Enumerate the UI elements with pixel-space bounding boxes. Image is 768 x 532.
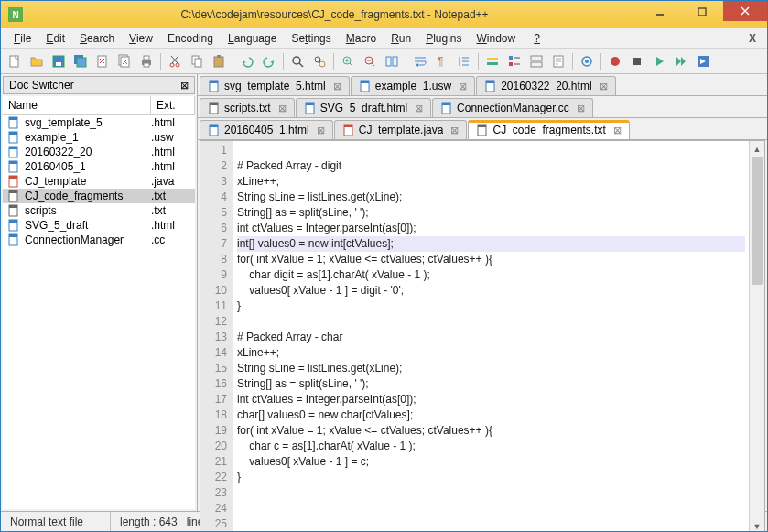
menu-encoding[interactable]: Encoding (160, 30, 221, 47)
tab[interactable]: ConnectionManager.cc⊠ (432, 98, 593, 117)
menu-search[interactable]: Search (72, 30, 122, 47)
menu-language[interactable]: Language (221, 30, 284, 47)
file-row[interactable]: example_1.usw (3, 130, 195, 145)
scroll-thumb[interactable] (752, 157, 763, 285)
menu-edit[interactable]: Edit (38, 30, 72, 47)
maximize-button[interactable] (681, 1, 723, 23)
svg-rect-80 (9, 220, 17, 223)
undo-icon[interactable] (237, 51, 257, 71)
record-macro-icon[interactable] (605, 51, 625, 71)
menu-view[interactable]: View (122, 30, 160, 47)
menu-file[interactable]: File (6, 30, 38, 47)
close-all-icon[interactable] (114, 51, 135, 71)
tab[interactable]: SVG_5_draft.html⊠ (296, 98, 431, 117)
file-row[interactable]: ConnectionManager.cc (3, 233, 195, 247)
tab-close-icon[interactable]: ⊠ (577, 103, 585, 114)
scroll-down-icon[interactable]: ▼ (750, 518, 764, 532)
minimize-button[interactable] (639, 1, 681, 23)
tab-close-icon[interactable]: ⊠ (415, 103, 423, 114)
tab-close-icon[interactable]: ⊠ (600, 81, 608, 92)
doc-map-icon[interactable] (548, 51, 568, 71)
find-icon[interactable] (287, 51, 308, 71)
file-row[interactable]: 20160405_1.html (3, 159, 195, 174)
file-row[interactable]: scripts.txt (3, 203, 195, 218)
wordwrap-icon[interactable] (410, 51, 430, 71)
menu-window[interactable]: Window (470, 30, 524, 47)
save-macro-icon[interactable] (693, 51, 713, 71)
tab-close-icon[interactable]: ⊠ (317, 125, 325, 136)
redo-icon[interactable] (259, 51, 279, 71)
tab[interactable]: CJ_code_fragments.txt⊠ (468, 120, 629, 139)
svg-rect-82 (9, 234, 17, 237)
file-icon (6, 219, 21, 232)
monitor-icon[interactable] (577, 51, 597, 71)
svg-rect-49 (487, 62, 498, 65)
doc-switcher-list[interactable]: svg_template_5.htmlexample_1.usw20160322… (3, 115, 195, 509)
language-icon[interactable] (482, 51, 503, 71)
scroll-up-icon[interactable]: ▲ (750, 141, 764, 157)
file-ext: .usw (151, 131, 191, 144)
file-name: ConnectionManager (25, 233, 151, 246)
tab[interactable]: 20160405_1.html⊠ (200, 120, 333, 139)
indent-guide-icon[interactable] (454, 51, 474, 71)
menu-run[interactable]: Run (384, 30, 418, 47)
close-file-icon[interactable] (92, 51, 113, 71)
code-container: 1234567891011121314151617181920212223242… (200, 140, 765, 532)
save-icon[interactable] (49, 51, 69, 71)
menu-help[interactable]: ? (526, 30, 547, 47)
menu-settings[interactable]: Settings (284, 30, 338, 47)
doc-switcher-headers[interactable]: Name Ext. (3, 96, 195, 115)
play-macro-icon[interactable] (649, 51, 669, 71)
tab-close-icon[interactable]: ⊠ (459, 81, 467, 92)
save-all-icon[interactable] (70, 51, 91, 71)
file-name: SVG_5_draft (25, 219, 151, 232)
file-row[interactable]: CJ_code_fragments.txt (3, 189, 195, 203)
tab-file-icon (440, 102, 453, 114)
new-file-icon[interactable] (5, 51, 25, 71)
file-ext: .cc (151, 233, 191, 246)
file-row[interactable]: svg_template_5.html (3, 115, 195, 130)
zoom-out-icon[interactable] (360, 51, 380, 71)
folder-as-workspace-icon[interactable] (526, 51, 546, 71)
copy-icon[interactable] (187, 51, 207, 71)
menu-plugins[interactable]: Plugins (418, 30, 469, 47)
file-row[interactable]: SVG_5_draft.html (3, 218, 195, 233)
menu-macro[interactable]: Macro (339, 30, 384, 47)
code-editor[interactable]: # Packed Array - digitxLine++;String sLi… (233, 141, 749, 532)
tab-close-icon[interactable]: ⊠ (450, 125, 459, 136)
close-button[interactable] (723, 1, 767, 21)
cut-icon[interactable] (165, 51, 185, 71)
tab-close-icon[interactable]: ⊠ (278, 103, 287, 114)
sync-scroll-icon[interactable] (382, 51, 402, 71)
tab-row: 20160405_1.html⊠CJ_template.java⊠CJ_code… (198, 118, 767, 140)
tab[interactable]: scripts.txt⊠ (200, 98, 295, 117)
replace-icon[interactable] (309, 51, 330, 71)
stop-macro-icon[interactable] (627, 51, 647, 71)
col-name[interactable]: Name (3, 96, 151, 114)
tab[interactable]: svg_template_5.html⊠ (200, 76, 350, 95)
play-multi-icon[interactable] (671, 51, 691, 71)
tab[interactable]: CJ_template.java⊠ (334, 120, 468, 139)
menubar-close-icon[interactable]: X (743, 32, 762, 45)
svg-rect-94 (442, 103, 450, 105)
tab[interactable]: 20160322_20.html⊠ (476, 76, 615, 95)
tab-close-icon[interactable]: ⊠ (333, 81, 341, 92)
function-list-icon[interactable] (504, 51, 525, 71)
tab[interactable]: example_1.usw⊠ (351, 76, 475, 95)
zoom-in-icon[interactable] (338, 51, 358, 71)
file-icon (6, 233, 21, 246)
col-ext[interactable]: Ext. (151, 96, 195, 114)
vertical-scrollbar[interactable]: ▲ ▼ (749, 141, 764, 532)
show-all-chars-icon[interactable]: ¶ (432, 51, 452, 71)
open-file-icon[interactable] (27, 51, 47, 71)
doc-switcher-panel: Doc Switcher ⊠ Name Ext. svg_template_5.… (1, 74, 198, 511)
file-row[interactable]: CJ_template.java (3, 174, 195, 189)
file-row[interactable]: 20160322_20.html (3, 145, 195, 159)
doc-switcher-close-icon[interactable]: ⊠ (180, 80, 189, 92)
file-ext: .html (151, 116, 191, 129)
svg-line-31 (319, 61, 320, 62)
svg-point-20 (176, 63, 179, 67)
tab-close-icon[interactable]: ⊠ (613, 125, 622, 136)
paste-icon[interactable] (209, 51, 229, 71)
print-icon[interactable] (136, 51, 157, 71)
